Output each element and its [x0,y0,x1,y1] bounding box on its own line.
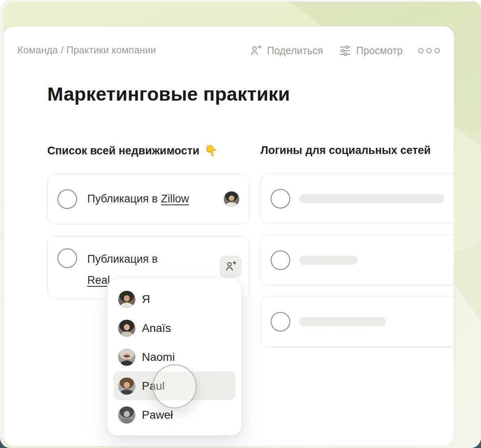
column-heading-left: Список всей недвижимости 👇 [47,144,250,157]
column-real-estate: Список всей недвижимости 👇 Публикация вZ… [47,144,250,299]
more-button[interactable] [418,48,440,53]
zillow-link[interactable]: Zillow [161,193,189,205]
task-checkbox[interactable] [271,189,290,209]
task-card-zillow[interactable]: Публикация вZillow [47,173,250,224]
topbar-actions: Поделиться Просмотр [249,44,440,57]
column-social-logins: Логины для социальных сетей [260,144,454,358]
assignee-menu: Я Anaïs Naomi Paul Paweł [107,278,242,436]
more-dots-icon [435,48,440,53]
column-heading-right: Логины для социальных сетей [260,144,454,157]
menu-item-label: Naomi [142,351,175,364]
task-checkbox[interactable] [57,248,77,268]
placeholder-bar [299,256,357,265]
avatar [118,349,135,366]
placeholder-bar [299,317,386,326]
assignee-avatar [224,191,239,207]
view-button[interactable]: Просмотр [339,44,403,57]
task-checkbox[interactable] [57,189,77,209]
breadcrumb[interactable]: Команда / Практики компании [18,44,156,56]
task-checkbox[interactable] [271,312,290,332]
avatar [118,406,135,424]
avatar [118,378,135,395]
more-dots-icon [418,48,424,53]
page-title: Маркетинговые практики [47,83,290,105]
view-label: Просмотр [356,45,403,57]
screenshot-canvas: Команда / Практики компании Поделиться [0,0,481,448]
person-plus-icon [249,44,262,57]
share-button[interactable]: Поделиться [249,44,323,57]
task-checkbox[interactable] [271,250,290,270]
avatar [118,291,135,308]
real-link[interactable]: Real [87,270,110,291]
menu-item-anais[interactable]: Anaïs [113,314,236,343]
touch-cursor [152,364,197,408]
menu-item-label: Paweł [142,408,173,422]
placeholder-card[interactable] [260,296,454,347]
pointing-down-emoji: 👇 [204,144,218,157]
placeholder-bar [299,194,444,203]
page-surface: Команда / Практики компании Поделиться [0,0,481,448]
menu-item-label: Anaïs [142,322,171,335]
sliders-icon [339,44,351,57]
task-label: Публикация вZillow [87,193,189,205]
person-plus-icon [225,260,237,274]
menu-item-me[interactable]: Я [113,285,236,314]
assign-person-button[interactable] [220,256,242,278]
menu-item-label: Я [142,293,150,306]
share-label: Поделиться [267,45,323,57]
placeholder-card[interactable] [260,235,454,285]
more-dots-icon [426,48,432,53]
avatar [118,320,135,337]
placeholder-card[interactable] [260,173,454,224]
